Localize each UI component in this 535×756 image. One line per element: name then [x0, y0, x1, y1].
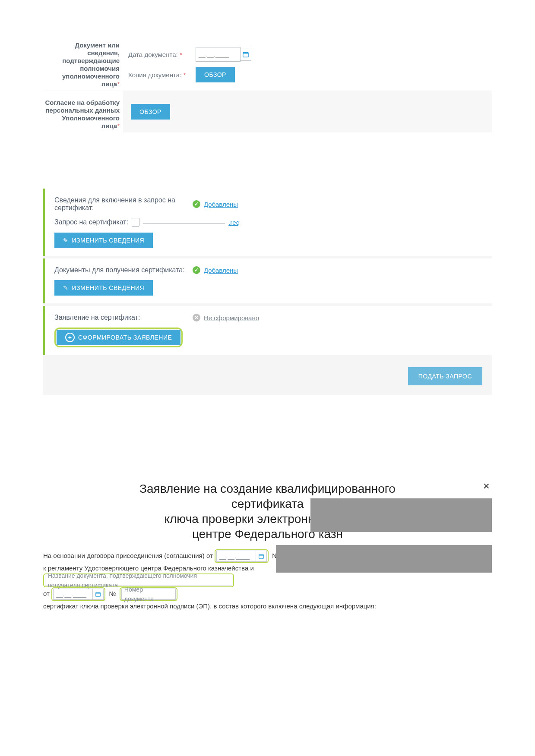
status-link[interactable]: Добавлены	[204, 201, 238, 208]
status-card-info: Сведения для включения в запрос на серти…	[43, 189, 492, 256]
svg-rect-1	[243, 53, 248, 54]
status-card-application: Заявление на сертификат: ✕ Не сформирова…	[43, 306, 492, 355]
svg-rect-7	[96, 592, 101, 593]
status-badge-not-formed: ✕ Не сформировано	[193, 314, 259, 321]
document-date-number-line: от __.__.____ № Номер документа	[43, 587, 492, 601]
consent-row: Согласие на обработку персональных данны…	[43, 91, 492, 132]
label-text: Согласие на обработку персональных данны…	[45, 99, 120, 129]
number-label: №	[109, 590, 116, 597]
browse-document-copy-button[interactable]: ОБЗОР	[196, 67, 235, 82]
check-icon: ✓	[193, 200, 200, 208]
request-file-label: Запрос на сертификат:	[54, 218, 128, 226]
required-asterisk: *	[183, 71, 186, 79]
form-application-button[interactable]: + СФОРМИРОВАТЬ ЗАЯВЛЕНИЕ	[57, 330, 180, 345]
highlight-document-number: Номер документа	[120, 587, 177, 601]
document-authority-row: Документ или сведения, подтверждающие по…	[43, 39, 492, 91]
check-icon: ✓	[193, 266, 200, 274]
authority-document-date-input[interactable]: __.__.____	[53, 589, 93, 600]
status-badge-added: ✓ Добавлены	[193, 266, 238, 274]
calendar-icon[interactable]	[256, 551, 267, 562]
highlight-form-application: + СФОРМИРОВАТЬ ЗАЯВЛЕНИЕ	[54, 328, 183, 347]
calendar-icon[interactable]	[92, 589, 104, 600]
request-file-link[interactable]: .req	[228, 219, 240, 226]
request-status-panel: Сведения для включения в запрос на серти…	[43, 189, 492, 395]
browse-consent-button[interactable]: ОБЗОР	[131, 104, 170, 120]
pencil-icon	[63, 284, 69, 291]
status-badge-added: ✓ Добавлены	[193, 200, 238, 208]
svg-rect-3	[247, 52, 247, 53]
plus-icon: +	[65, 333, 75, 342]
document-copy-row: Копия документа: * ОБЗОР	[128, 67, 487, 82]
status-label: Заявление на сертификат:	[54, 314, 193, 321]
submit-request-button[interactable]: ПОДАТЬ ЗАПРОС	[408, 367, 482, 385]
status-label: Сведения для включения в запрос на серти…	[54, 196, 193, 212]
calendar-icon[interactable]	[241, 48, 251, 61]
cross-icon: ✕	[193, 314, 200, 321]
label-text: Документ или сведения, подтверждающие по…	[62, 41, 120, 88]
document-date-row: Дата документа: * __.__.____	[128, 47, 487, 62]
edit-info-button[interactable]: ИЗМЕНИТЬ СВЕДЕНИЯ	[54, 233, 153, 248]
highlight-document-date: __.__.____	[51, 587, 105, 601]
file-icon	[132, 218, 139, 227]
required-asterisk: *	[117, 122, 120, 129]
field-label: Документ или сведения, подтверждающие по…	[43, 39, 123, 91]
authority-document-number-input[interactable]: Номер документа	[121, 589, 176, 600]
file-name-placeholder	[143, 221, 225, 224]
agreement-date-input[interactable]: __.__.____	[216, 551, 256, 562]
field-body: Дата документа: * __.__.____ Копия докум…	[123, 39, 492, 91]
field-label: Согласие на обработку персональных данны…	[43, 91, 123, 132]
certificate-info-line: сертификат ключа проверки электронной по…	[43, 601, 492, 611]
document-date-input[interactable]: __.__.____	[196, 47, 241, 62]
sub-label: Дата документа: *	[128, 51, 190, 58]
authority-document-section: Документ или сведения, подтверждающие по…	[0, 0, 535, 132]
application-form-section: × Заявление на создание квалифицированно…	[0, 481, 535, 611]
document-name-line: Название документа, подтверждающего полн…	[43, 573, 492, 587]
submit-bar: ПОДАТЬ ЗАПРОС	[43, 358, 492, 395]
sub-label: Копия документа: *	[128, 71, 190, 79]
status-label: Документы для получения сертификата:	[54, 266, 193, 274]
from-label: от	[43, 590, 50, 597]
edit-documents-button[interactable]: ИЗМЕНИТЬ СВЕДЕНИЯ	[54, 280, 153, 296]
field-body: ОБЗОР	[123, 91, 492, 132]
highlight-agreement-date: __.__.____	[215, 549, 269, 563]
status-card-documents: Документы для получения сертификата: ✓ Д…	[43, 258, 492, 303]
required-asterisk: *	[117, 80, 120, 88]
redacted-block	[276, 545, 492, 573]
close-icon[interactable]: ×	[483, 479, 490, 493]
request-file-row: Запрос на сертификат: .req	[54, 218, 482, 227]
svg-rect-5	[259, 554, 264, 555]
svg-rect-2	[244, 52, 245, 53]
pencil-icon	[63, 237, 69, 244]
redacted-block	[310, 498, 492, 532]
status-link[interactable]: Добавлены	[204, 267, 238, 274]
required-asterisk: *	[180, 51, 182, 58]
status-link[interactable]: Не сформировано	[204, 314, 259, 321]
